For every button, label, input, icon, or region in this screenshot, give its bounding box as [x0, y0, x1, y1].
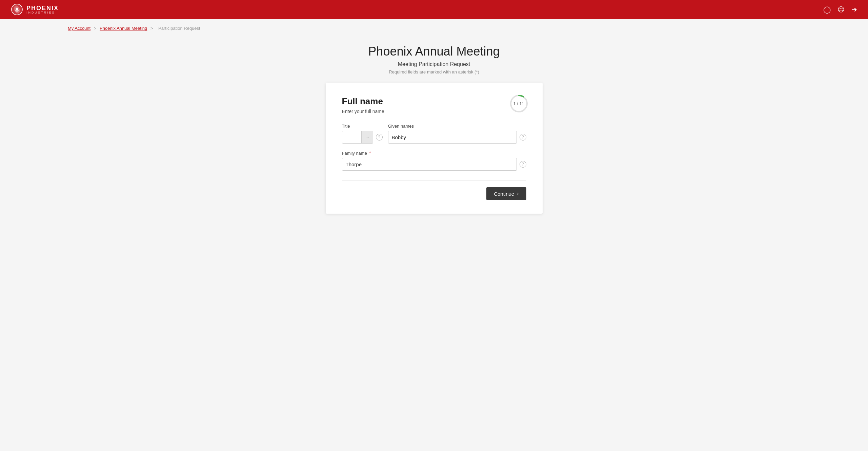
continue-label: Continue: [494, 191, 514, 197]
logo-text: PHOENIX INDUSTRIES: [26, 5, 59, 14]
logo-phoenix: PHOENIX: [26, 5, 59, 11]
form-section-title: Full name: [342, 96, 526, 107]
progress-ring: 1 / 11: [509, 93, 529, 114]
given-names-group: Given names ?: [388, 124, 526, 144]
form-section-desc: Enter your full name: [342, 109, 526, 114]
breadcrumb-current: Participation Request: [158, 26, 200, 31]
progress-label: 1 / 11: [513, 101, 524, 106]
breadcrumb-separator-1: >: [94, 26, 98, 31]
breadcrumb-separator-2: >: [150, 26, 154, 31]
family-name-row: Family name * ?: [342, 150, 526, 171]
continue-arrow-icon: ›: [517, 191, 519, 197]
main-content: Phoenix Annual Meeting Meeting Participa…: [0, 38, 868, 227]
title-group: Title ··· ?: [342, 124, 383, 144]
button-row: Continue ›: [342, 187, 526, 200]
logout-icon[interactable]: ➔: [851, 5, 857, 14]
family-name-input[interactable]: [342, 158, 517, 171]
required-star: *: [369, 150, 371, 156]
family-name-input-row: ?: [342, 158, 526, 171]
breadcrumb-my-account[interactable]: My Account: [68, 26, 90, 31]
title-dropdown-btn[interactable]: ···: [361, 131, 373, 143]
continue-button[interactable]: Continue ›: [486, 187, 526, 200]
header-icons: ◯ ☹ ➔: [823, 5, 857, 14]
page-subtitle: Meeting Participation Request: [398, 61, 470, 67]
title-given-names-row: Title ··· ? Given names ?: [342, 124, 526, 144]
breadcrumb: My Account > Phoenix Annual Meeting > Pa…: [0, 19, 868, 38]
given-names-input-row: ?: [388, 131, 526, 144]
logo: PHOENIX INDUSTRIES: [11, 3, 59, 16]
logo-industries: INDUSTRIES: [26, 11, 59, 14]
given-names-help-icon[interactable]: ?: [520, 134, 526, 141]
family-name-label: Family name *: [342, 150, 526, 156]
header: PHOENIX INDUSTRIES ◯ ☹ ➔: [0, 0, 868, 19]
form-card: 1 / 11 Full name Enter your full name Ti…: [326, 83, 543, 214]
page-hint: Required fields are marked with an aster…: [389, 69, 479, 74]
svg-point-3: [16, 8, 18, 10]
title-select-wrapper: ···: [342, 131, 373, 144]
breadcrumb-meeting[interactable]: Phoenix Annual Meeting: [100, 26, 147, 31]
given-names-label: Given names: [388, 124, 526, 129]
user-icon[interactable]: ◯: [823, 5, 831, 14]
divider: [342, 180, 526, 180]
title-label: Title: [342, 124, 383, 129]
given-names-input[interactable]: [388, 131, 517, 144]
family-name-help-icon[interactable]: ?: [520, 161, 526, 168]
title-help-icon[interactable]: ?: [376, 134, 383, 141]
globe-icon[interactable]: ☹: [837, 5, 845, 14]
family-name-group: Family name * ?: [342, 150, 526, 171]
title-input-row: ··· ?: [342, 131, 383, 144]
logo-icon: [11, 3, 23, 16]
page-title: Phoenix Annual Meeting: [368, 44, 500, 59]
